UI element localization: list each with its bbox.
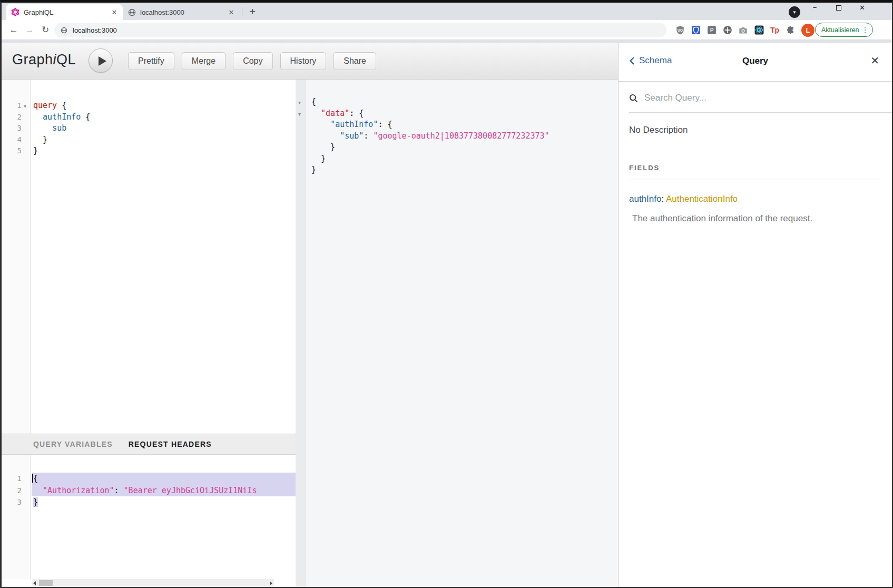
search-icon xyxy=(629,94,638,103)
browser-tab-localhost[interactable]: localhost:3000 ✕ xyxy=(123,4,240,20)
scroll-left-icon[interactable] xyxy=(33,581,36,585)
graphiql-app: GraphiQL PrettifyMergeCopyHistoryShare 1… xyxy=(2,43,892,587)
horizontal-scrollbar[interactable] xyxy=(32,579,274,587)
tp-extension-icon[interactable]: Tp xyxy=(770,25,780,35)
code-line: "authInfo": { xyxy=(296,119,618,131)
forward-icon[interactable]: → xyxy=(23,23,36,37)
variables-tab-bar: QUERY VARIABLESREQUEST HEADERS xyxy=(2,434,296,455)
code-line: ▾{ xyxy=(296,96,618,108)
code-line: 3 sub xyxy=(2,123,296,134)
fold-arrow-icon[interactable]: ▾ xyxy=(298,97,301,109)
code-line: 3} xyxy=(2,496,296,508)
address-bar[interactable]: localhost:3000 xyxy=(54,23,666,37)
tab-title: GraphiQL xyxy=(24,8,110,16)
line-number: 3 xyxy=(2,496,22,508)
tab-strip: GraphiQL ✕ localhost:3000 ✕ + ▼ − ✕ xyxy=(2,3,892,20)
field-row: authInfo: AuthenticationInfo xyxy=(629,194,881,204)
puzzle-extensions-menu-icon[interactable] xyxy=(786,25,796,35)
tab-request-headers[interactable]: REQUEST HEADERS xyxy=(129,440,212,448)
code-line: "sub": "google-oauth2|108377380082777232… xyxy=(296,131,618,142)
line-number: 2 xyxy=(2,485,22,497)
extensions-row: UO P Tp L xyxy=(675,23,815,37)
reload-icon[interactable]: ↻ xyxy=(38,23,52,37)
line-number: 4 xyxy=(2,134,22,146)
scroll-right-icon[interactable] xyxy=(270,581,272,585)
doc-explorer: Schema Query ✕ Search Query... No Descri… xyxy=(618,43,892,587)
code-line: ▾ "data": { xyxy=(296,108,618,120)
tab-close-icon[interactable]: ✕ xyxy=(227,8,235,16)
code-line: } xyxy=(296,153,618,165)
field-description: The authentication information of the re… xyxy=(632,213,881,224)
svg-text:UO: UO xyxy=(677,28,682,32)
kebab-menu-icon[interactable]: ⋮ xyxy=(862,26,869,34)
code-line: } xyxy=(296,142,618,153)
fold-arrow-icon[interactable]: ▾ xyxy=(24,101,26,112)
toolbar-button-copy[interactable]: Copy xyxy=(233,52,272,70)
new-tab-button[interactable]: + xyxy=(245,5,260,19)
line-number: 1 xyxy=(2,100,22,112)
play-icon xyxy=(99,56,106,66)
globe-favicon-icon xyxy=(128,8,136,16)
back-icon[interactable]: ← xyxy=(7,23,21,37)
aktualisieren-label: Aktualisieren xyxy=(821,26,859,34)
toolbar-button-prettify[interactable]: Prettify xyxy=(128,52,174,70)
query-pane: 1▾query {2 authInfo {3 sub4 }5} QUERY VA… xyxy=(2,80,296,587)
execute-query-button[interactable] xyxy=(89,48,113,73)
bitwarden-extension-icon[interactable] xyxy=(691,25,701,35)
code-line: 1{ xyxy=(2,473,296,485)
graphiql-topbar: GraphiQL PrettifyMergeCopyHistoryShare xyxy=(2,43,618,80)
search-placeholder: Search Query... xyxy=(644,93,706,103)
browser-tab-graphiql[interactable]: GraphiQL ✕ xyxy=(6,4,123,20)
type-description: No Description xyxy=(629,125,881,135)
toolbar-buttons: PrettifyMergeCopyHistoryShare xyxy=(128,52,376,70)
ublock-extension-icon[interactable]: UO xyxy=(675,25,685,35)
browser-window: GraphiQL ✕ localhost:3000 ✕ + ▼ − ✕ ← → … xyxy=(0,0,893,588)
toolbar-button-merge[interactable]: Merge xyxy=(182,52,225,70)
toolbar-button-history[interactable]: History xyxy=(280,52,327,70)
window-controls: − ✕ xyxy=(803,1,874,14)
site-globe-icon xyxy=(61,27,67,34)
toolbar-button-share[interactable]: Share xyxy=(333,52,376,70)
maximize-icon xyxy=(836,5,841,11)
line-number: 3 xyxy=(2,123,22,134)
maximize-button[interactable] xyxy=(827,1,850,14)
tab-title: localhost:3000 xyxy=(140,8,227,16)
line-number: 1 xyxy=(2,473,22,485)
browser-toolbar: ← → ↻ localhost:3000 UO P xyxy=(2,20,892,40)
doc-title: Query xyxy=(619,56,892,66)
aktualisieren-button[interactable]: Aktualisieren ⋮ xyxy=(815,23,873,37)
line-number: 2 xyxy=(2,112,22,123)
tab-search-icon[interactable]: ▼ xyxy=(789,6,800,18)
query-editor[interactable]: 1▾query {2 authInfo {3 sub4 }5} xyxy=(2,80,296,434)
doc-close-icon[interactable]: ✕ xyxy=(870,54,879,67)
move-target-extension-icon[interactable] xyxy=(722,25,732,35)
result-pane: ▾{▾ "data": { "authInfo": { "sub": "goog… xyxy=(296,80,618,587)
doc-explorer-header: Schema Query ✕ xyxy=(619,43,892,82)
code-line: 1▾query { xyxy=(2,100,296,112)
code-line: 5} xyxy=(2,145,296,157)
text-cursor xyxy=(32,474,33,483)
camera-extension-icon[interactable] xyxy=(738,25,748,35)
profile-avatar[interactable]: L xyxy=(801,24,815,37)
scrollbar-thumb[interactable] xyxy=(39,580,53,586)
code-line: 4 } xyxy=(2,134,296,146)
tab-query-variables[interactable]: QUERY VARIABLES xyxy=(33,440,113,448)
field-name-link[interactable]: authInfo xyxy=(629,194,661,204)
tab-separator xyxy=(242,8,242,16)
tab-close-icon[interactable]: ✕ xyxy=(110,8,119,16)
line-number: 5 xyxy=(2,145,22,157)
p-extension-icon[interactable]: P xyxy=(706,25,717,35)
react-devtools-extension-icon[interactable] xyxy=(754,25,764,35)
close-window-button[interactable]: ✕ xyxy=(850,1,874,14)
code-line: 2 authInfo { xyxy=(2,112,296,123)
code-line: 2 "Authorization": "Bearer eyJhbGciOiJSU… xyxy=(2,485,296,497)
minimize-button[interactable]: − xyxy=(803,1,827,14)
fold-arrow-icon[interactable]: ▾ xyxy=(298,109,301,120)
fields-section-header: FIELDS xyxy=(629,164,881,180)
graphql-favicon-icon xyxy=(11,8,19,16)
result-viewer: ▾{▾ "data": { "authInfo": { "sub": "goog… xyxy=(296,96,618,176)
doc-search-input[interactable]: Search Query... xyxy=(629,82,892,113)
field-type-link[interactable]: AuthenticationInfo xyxy=(666,194,738,204)
code-line: } xyxy=(296,164,618,176)
request-headers-editor[interactable]: 1{2 "Authorization": "Bearer eyJhbGciOiJ… xyxy=(2,455,296,579)
